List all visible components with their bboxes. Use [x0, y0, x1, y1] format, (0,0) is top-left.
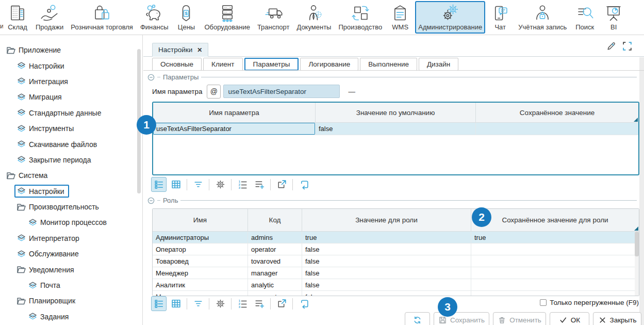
tab-logirovanie[interactable]: Логирование [300, 58, 358, 71]
nav-item-search[interactable]: Поиск [571, 1, 599, 34]
table-cell [471, 279, 639, 290]
tree-item-obsluzhivanie[interactable]: Обслуживание [0, 246, 142, 262]
settings-button[interactable] [212, 296, 228, 311]
doc-tab-label: Настройки [158, 46, 192, 54]
tree-item-nastroyki-app[interactable]: Настройки [0, 58, 142, 73]
edit-pencil-icon[interactable] [606, 41, 617, 52]
tree-item-label: Почта [40, 281, 60, 289]
column-header[interactable]: Имя [153, 209, 248, 231]
refresh-button[interactable] [405, 312, 430, 325]
tree-item-skachivanie-faylov[interactable]: Скачивание файлов [0, 136, 142, 152]
fullscreen-icon[interactable] [622, 41, 633, 52]
table-cell: operator [248, 243, 302, 255]
checkbox-label: Только перегруженные (F9) [550, 299, 639, 306]
tree-item-nastroyki-sistema[interactable]: Настройки [0, 184, 142, 199]
numbered-list-button[interactable]: 123 [235, 296, 250, 311]
table-row[interactable]: Менеджер по расчетамpaymentfalse [153, 291, 639, 296]
add-rows-button[interactable] [252, 296, 267, 311]
nav-item-label: Склад [8, 23, 27, 31]
tab-parametry[interactable]: Параметры [244, 58, 299, 71]
list-view-button[interactable] [151, 296, 167, 311]
tree-item-integratsiya[interactable]: Интеграция [0, 74, 142, 89]
nav-item-bi[interactable]: BI [600, 1, 628, 34]
column-header[interactable]: Код [248, 209, 302, 231]
table-cell: Администраторы [153, 232, 248, 243]
table-row[interactable]: Операторoperatorfalse [153, 243, 639, 255]
nav-item-warehouse[interactable]: Склад [4, 1, 31, 34]
grid-view-button[interactable] [168, 177, 184, 192]
layers-icon [16, 93, 26, 102]
overloaded-only-checkbox[interactable]: Только перегруженные (F9) [540, 299, 639, 306]
tree-item-label: Закрытие периода [29, 156, 91, 164]
tab-klient[interactable]: Клиент [203, 58, 242, 71]
add-rows-button[interactable] [252, 177, 267, 192]
ok-button[interactable]: ОК [550, 312, 589, 325]
param-name-input[interactable] [223, 85, 340, 98]
doc-tab-settings[interactable]: Настройки ✕ [152, 43, 208, 57]
table-row[interactable]: Аналитикanalyticfalse [153, 279, 639, 291]
tree-item-monitor-protsessov[interactable]: Монитор процессов [0, 215, 142, 230]
filter-button[interactable] [190, 296, 206, 311]
close-tab-icon[interactable]: ✕ [197, 46, 202, 54]
tree-item-migratsiya[interactable]: Миграция [0, 89, 142, 105]
nav-item-sales[interactable]: Продажи [32, 1, 67, 34]
add-rows-icon [254, 179, 265, 190]
nav-item-administration[interactable]: Администрирование [415, 1, 485, 34]
tree-item-planirovshchik[interactable]: Планировщик [0, 293, 142, 308]
nav-item-finance[interactable]: Финансы [137, 1, 172, 34]
table-row[interactable]: useTextAsFilterSeparatorfalse [153, 123, 638, 135]
column-header[interactable]: Значение по умолчанию [316, 103, 476, 122]
settings-button[interactable] [212, 177, 228, 192]
table-cell: analytic [248, 279, 302, 290]
table-row[interactable]: Менеджерmanagerfalse [153, 267, 639, 279]
table-row[interactable]: Товароведtovarovedfalse [153, 255, 639, 267]
svg-text:3: 3 [238, 305, 240, 308]
nav-item-prices[interactable]: $Цены [172, 1, 200, 34]
table-row[interactable]: Администраторыadminstruetrue [153, 232, 639, 243]
tree-item-prilozhenie[interactable]: Приложение [0, 42, 142, 58]
empty-value-dash: — [348, 88, 355, 95]
nav-item-account[interactable]: Учётная запись [515, 1, 570, 34]
tree-item-interpretator[interactable]: Интерпретатор [0, 231, 142, 246]
nav-item-retail[interactable]: Розничная торговля [68, 1, 136, 34]
nav-item-transport[interactable]: Транспорт [254, 1, 293, 34]
at-button[interactable]: @ [207, 85, 221, 99]
collapse-section-icon[interactable] [147, 74, 155, 81]
close-button[interactable]: Закрыть [593, 312, 641, 325]
tree-item-zakrytie-perioda[interactable]: Закрытие периода [0, 152, 142, 168]
tab-dizayn[interactable]: Дизайн [419, 58, 458, 71]
nav-item-chat[interactable]: Чат [486, 1, 514, 34]
layers-icon [28, 312, 38, 321]
open-in-window-button[interactable] [274, 296, 289, 311]
nav-item-production[interactable]: Производство [335, 1, 385, 34]
cancel-button[interactable]: Отменить [493, 312, 546, 325]
collapse-section-icon[interactable] [147, 197, 155, 204]
column-header[interactable]: Сохранённое значение [476, 103, 638, 122]
list-view-button[interactable] [151, 177, 167, 192]
tree-item-sistema[interactable]: Система [0, 168, 142, 183]
tree-item-instrumenty[interactable]: Инструменты [0, 121, 142, 136]
role-section-header: Роль [147, 197, 637, 204]
tab-vypolnenie[interactable]: Выполнение [360, 58, 417, 71]
tree-item-zadaniya[interactable]: Задания [0, 309, 142, 324]
column-header[interactable]: Имя параметра [153, 103, 316, 122]
tab-osnovnye[interactable]: Основные [152, 58, 202, 71]
nav-item-wms[interactable]: WMS [386, 1, 414, 34]
tree-item-standartnye-dannye[interactable]: Стандартные данные [0, 105, 142, 121]
grid-view-button[interactable] [168, 296, 184, 311]
tree-item-uvedomleniya[interactable]: Уведомления [0, 262, 142, 277]
numbered-list-button[interactable]: 123 [235, 177, 250, 192]
tree-item-proizvoditelnost[interactable]: Производительность [0, 199, 142, 215]
role-table-scrollbar[interactable] [635, 232, 639, 296]
reload-rows-button[interactable] [296, 177, 311, 192]
main-scroll-gutter[interactable] [639, 57, 644, 325]
column-header[interactable]: Значение для роли [302, 209, 471, 231]
tree-item-pochta[interactable]: Почта [0, 278, 142, 293]
nav-item-documents[interactable]: Документы [293, 1, 334, 34]
filter-button[interactable] [190, 177, 206, 192]
reload-rows-button[interactable] [296, 296, 311, 311]
column-header[interactable]: Сохранённое значение для роли [471, 209, 639, 231]
checkbox-box[interactable] [540, 299, 547, 306]
nav-item-equipment[interactable]: Оборудование [201, 1, 253, 34]
open-in-window-button[interactable] [274, 177, 289, 192]
